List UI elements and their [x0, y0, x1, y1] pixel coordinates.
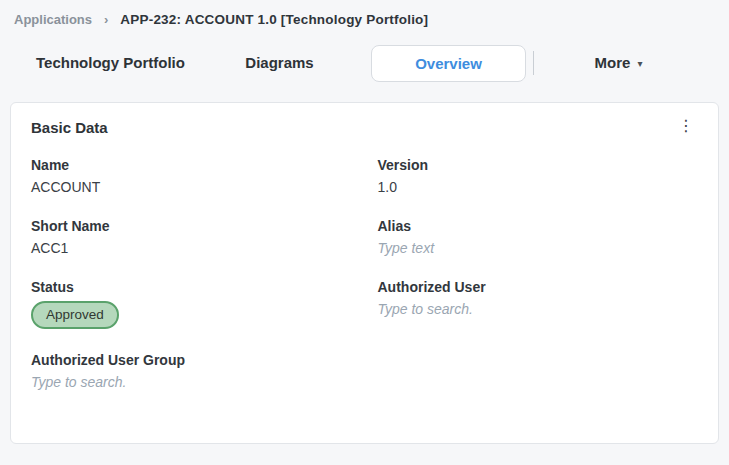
field-label: Name — [31, 157, 352, 173]
tab-overview-active[interactable]: Overview — [371, 45, 526, 82]
field-status: Status Approved — [31, 279, 352, 329]
field-grid: Name ACCOUNT Version 1.0 Short Name ACC1… — [31, 157, 698, 390]
field-authorized-user-group: Authorized User Group Type to search. — [31, 352, 352, 390]
kebab-menu-icon[interactable]: ⋮ — [674, 116, 698, 136]
tab-bar: Technology Portfolio Diagrams Overview M… — [0, 44, 729, 82]
breadcrumb-current-factsheet: APP-232: ACCOUNT 1.0 [Technology Portfol… — [120, 12, 428, 27]
field-authorized-user: Authorized User Type to search. — [378, 279, 699, 329]
status-badge[interactable]: Approved — [31, 301, 119, 329]
tab-technology-portfolio[interactable]: Technology Portfolio — [36, 54, 185, 71]
more-menu-button[interactable]: More ▾ — [595, 54, 643, 71]
card-title: Basic Data — [31, 119, 698, 136]
field-label: Version — [378, 157, 699, 173]
field-alias: Alias Type text — [378, 218, 699, 256]
field-label: Status — [31, 279, 352, 295]
field-short-name: Short Name ACC1 — [31, 218, 352, 256]
basic-data-card: Basic Data ⋮ Name ACCOUNT Version 1.0 Sh… — [10, 102, 719, 444]
breadcrumb-link-applications[interactable]: Applications — [14, 12, 92, 27]
field-name: Name ACCOUNT — [31, 157, 352, 195]
alias-input[interactable]: Type text — [378, 240, 699, 256]
short-name-value[interactable]: ACC1 — [31, 240, 352, 256]
field-label: Short Name — [31, 218, 352, 234]
field-label: Alias — [378, 218, 699, 234]
authorized-user-search-input[interactable]: Type to search. — [378, 301, 699, 317]
field-label: Authorized User — [378, 279, 699, 295]
breadcrumb: Applications › APP-232: ACCOUNT 1.0 [Tec… — [0, 0, 729, 27]
field-version: Version 1.0 — [378, 157, 699, 195]
name-value[interactable]: ACCOUNT — [31, 179, 352, 195]
more-menu-label: More — [595, 54, 631, 71]
chevron-right-icon: › — [104, 12, 108, 27]
authorized-user-group-search-input[interactable]: Type to search. — [31, 374, 352, 390]
field-label: Authorized User Group — [31, 352, 352, 368]
caret-down-icon: ▾ — [637, 58, 642, 69]
tab-diagrams[interactable]: Diagrams — [245, 54, 313, 71]
version-value[interactable]: 1.0 — [378, 179, 699, 195]
